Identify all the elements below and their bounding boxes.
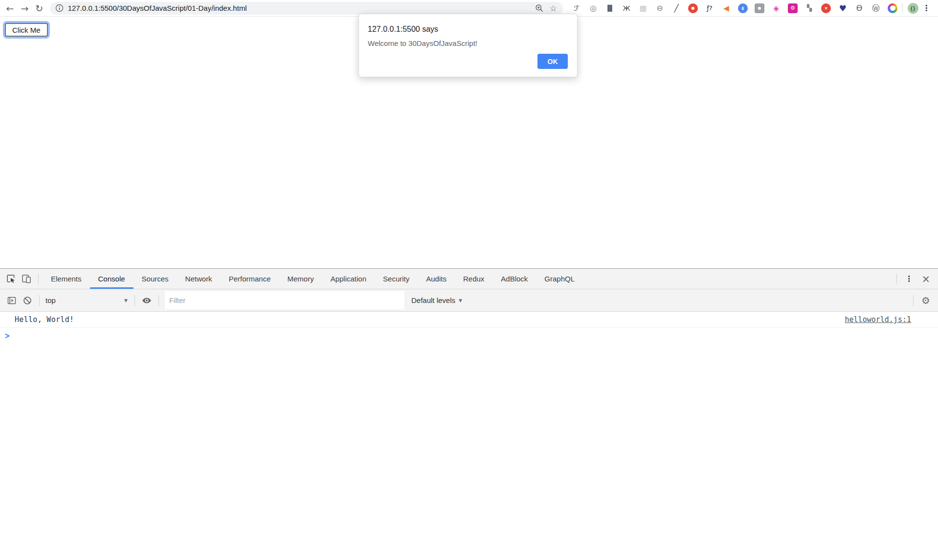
megaphone-extension-icon[interactable]: ◀ bbox=[721, 3, 731, 13]
console-output: Hello, World!helloworld.js:1 > bbox=[0, 312, 938, 343]
browser-menu-icon[interactable]: ⋮ bbox=[918, 3, 934, 13]
tab-sources[interactable]: Sources bbox=[134, 269, 177, 289]
console-sidebar-icon[interactable] bbox=[4, 289, 20, 311]
console-toolbar: top ▼ Default levels ▼ ⚙ bbox=[0, 289, 938, 312]
tab-security[interactable]: Security bbox=[375, 269, 418, 289]
log-levels-label: Default levels bbox=[411, 296, 455, 304]
console-settings-gear-icon[interactable]: ⚙ bbox=[917, 295, 934, 306]
context-selector[interactable]: top ▼ bbox=[44, 296, 131, 304]
toolbar-right: {} ⋮ bbox=[897, 3, 934, 14]
tabbar-right-separator bbox=[896, 274, 897, 284]
tab-application[interactable]: Application bbox=[322, 269, 375, 289]
toolbar-separator bbox=[902, 3, 903, 13]
target-extension-icon[interactable]: ◎ bbox=[588, 3, 598, 13]
camera-extension-icon[interactable]: ● bbox=[755, 3, 764, 13]
alert-ok-button[interactable]: OK bbox=[537, 54, 568, 69]
blue-circle-extension-icon[interactable]: ◖ bbox=[738, 3, 748, 13]
tab-graphql[interactable]: GraphQL bbox=[536, 269, 583, 289]
console-message-text: Hello, World! bbox=[15, 315, 74, 324]
forward-icon[interactable]: → bbox=[19, 2, 31, 15]
console-filter-input[interactable] bbox=[165, 291, 404, 309]
bookmark-star-icon[interactable]: ☆ bbox=[550, 3, 557, 13]
settings-separator bbox=[913, 295, 914, 306]
tab-network[interactable]: Network bbox=[177, 269, 221, 289]
blocks-extension-icon[interactable]: ▚ bbox=[804, 3, 814, 13]
console-messages: Hello, World!helloworld.js:1 bbox=[0, 312, 938, 328]
tabbar-separator bbox=[38, 274, 39, 284]
devtools-close-icon[interactable]: × bbox=[916, 273, 938, 285]
tab-elements[interactable]: Elements bbox=[43, 269, 90, 289]
source-link[interactable]: helloworld.js:1 bbox=[845, 315, 911, 324]
tab-adblock[interactable]: AdBlock bbox=[492, 269, 536, 289]
bookmark-extension-icon[interactable]: ▾ bbox=[821, 3, 831, 13]
tab-console[interactable]: Console bbox=[90, 269, 134, 289]
fonts-extension-icon[interactable]: ℱ bbox=[572, 3, 581, 13]
back-icon[interactable]: ← bbox=[4, 2, 16, 15]
adblock-hand-extension-icon[interactable]: ● bbox=[688, 3, 698, 13]
devtools-tabs: ElementsConsoleSourcesNetworkPerformance… bbox=[43, 269, 583, 289]
power-circle-extension-icon[interactable]: Ɵ bbox=[854, 3, 864, 13]
alert-title: 127.0.0.1:5500 says bbox=[368, 25, 568, 34]
chevron-down-icon: ▼ bbox=[459, 298, 462, 303]
device-toolbar-icon[interactable] bbox=[19, 269, 34, 289]
devtools-menu-icon[interactable]: ⋮ bbox=[901, 274, 916, 283]
devtools-tabbar: ElementsConsoleSourcesNetworkPerformance… bbox=[0, 268, 938, 289]
tab-redux[interactable]: Redux bbox=[455, 269, 492, 289]
tab-memory[interactable]: Memory bbox=[279, 269, 322, 289]
clear-console-icon[interactable] bbox=[20, 289, 35, 311]
circle-dash-extension-icon[interactable]: ⊖ bbox=[655, 3, 665, 13]
disabled-extension-icon[interactable]: ▦ bbox=[638, 3, 648, 13]
alert-message: Welcome to 30DaysOfJavaScript! bbox=[368, 39, 568, 47]
panels-extension-icon[interactable]: ▐▌ bbox=[605, 3, 615, 13]
devtools-panel: ElementsConsoleSourcesNetworkPerformance… bbox=[0, 268, 938, 560]
eye-separator bbox=[158, 295, 159, 306]
wave-circle-extension-icon[interactable]: Ⓦ bbox=[871, 3, 881, 13]
font-finder-extension-icon[interactable]: ƒ? bbox=[705, 3, 715, 13]
tab-audits[interactable]: Audits bbox=[418, 269, 455, 289]
url-text: 127.0.0.1:5500/30DaysOfJavaScript/01-Day… bbox=[68, 4, 247, 12]
bug-extension-icon[interactable]: Ж bbox=[622, 3, 631, 13]
log-levels-selector[interactable]: Default levels ▼ bbox=[411, 296, 465, 304]
graphql-extension-icon[interactable]: ◈ bbox=[771, 3, 781, 13]
context-label: top bbox=[45, 296, 56, 304]
tab-performance[interactable]: Performance bbox=[221, 269, 279, 289]
pink-gear-extension-icon[interactable]: ⚙ bbox=[788, 3, 798, 13]
click-me-button[interactable]: Click Me bbox=[5, 23, 48, 37]
context-separator bbox=[134, 295, 135, 306]
live-expression-eye-icon[interactable] bbox=[139, 289, 155, 311]
extensions-bar: ℱ◎▐▌Ж▦⊖╱●ƒ?◀◖●◈⚙▚▾♥ƟⓌ bbox=[572, 3, 897, 13]
chevron-down-icon: ▼ bbox=[124, 298, 128, 303]
zoom-page-icon[interactable] bbox=[535, 4, 544, 13]
address-bar[interactable]: 127.0.0.1:5500/30DaysOfJavaScript/01-Day… bbox=[50, 2, 563, 15]
json-viewer-extension-icon[interactable]: {} bbox=[908, 3, 918, 14]
search-heart-extension-icon[interactable]: ♥ bbox=[838, 3, 848, 13]
site-info-icon[interactable] bbox=[55, 4, 64, 12]
reload-icon[interactable]: ↻ bbox=[33, 2, 45, 15]
inspect-element-icon[interactable] bbox=[3, 269, 19, 289]
eyedropper-extension-icon[interactable]: ╱ bbox=[671, 3, 681, 13]
rainbow-circle-extension-icon[interactable] bbox=[888, 3, 897, 13]
console-prompt[interactable]: > bbox=[0, 328, 938, 343]
console-message-row: Hello, World!helloworld.js:1 bbox=[0, 312, 938, 328]
console-toolbar-separator bbox=[39, 295, 40, 306]
prompt-chevron-icon: > bbox=[5, 330, 10, 341]
alert-dialog: 127.0.0.1:5500 says Welcome to 30DaysOfJ… bbox=[358, 14, 578, 77]
